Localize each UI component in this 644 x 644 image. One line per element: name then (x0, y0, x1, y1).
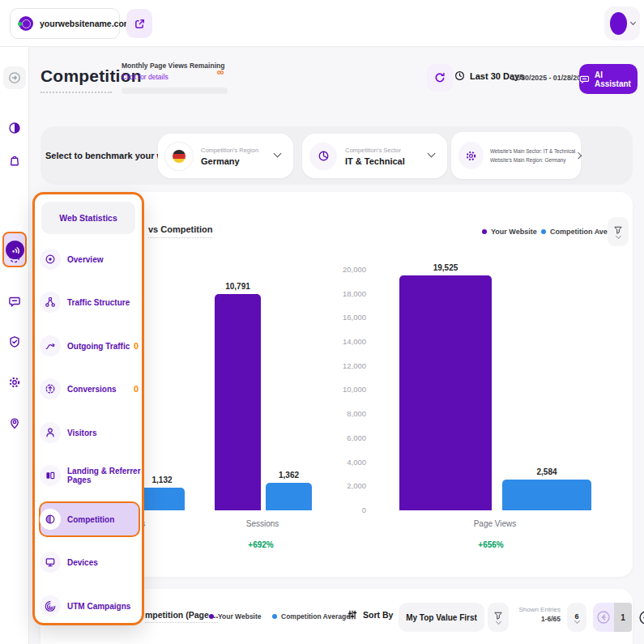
y-axis-tick: 16,000 (301, 313, 366, 322)
gear-icon (8, 376, 21, 389)
next-page-button[interactable] (638, 610, 644, 625)
menu-item-conversions[interactable]: Conversions 0 (40, 373, 142, 405)
ai-chat-icon (579, 74, 590, 85)
sidebar-item-dashboard[interactable] (3, 117, 26, 139)
menu-item-utm-campaigns[interactable]: UTM Campaigns (40, 590, 142, 622)
website-main-region: Website's Main Region: Germany (490, 157, 566, 163)
sort-value: My Top Value First (406, 613, 477, 622)
website-main-sector: Website's Main Sector: IT & Technical (490, 148, 566, 154)
overview-icon (40, 249, 61, 270)
legend-your-website: Your Website (209, 612, 262, 621)
current-page[interactable]: 1 (614, 603, 632, 632)
purple-dot-icon (209, 614, 214, 619)
group-label-sessions: Sessions (246, 519, 279, 528)
bar-sessions-competition: 1,362 (266, 483, 312, 510)
date-range: 12/30/2025 - 01/28/2026 (511, 74, 589, 82)
menu-item-visitors[interactable]: Visitors (40, 416, 142, 449)
sidebar-item-security[interactable] (3, 331, 26, 353)
entries-filter-button[interactable] (488, 603, 509, 632)
outgoing-traffic-badge: 0 (134, 341, 139, 351)
competition-region-dropdown[interactable]: Competition's Region Germany (158, 134, 293, 178)
traffic-structure-icon (40, 292, 61, 313)
website-main-settings-card[interactable]: Website's Main Sector: IT & Technical We… (451, 132, 581, 179)
external-link-icon (134, 18, 146, 30)
sidebar-item-store[interactable] (3, 149, 26, 172)
menu-item-landing-referrer-pages[interactable]: Landing & Referrer Pages (40, 459, 142, 492)
chevron-right-icon (575, 152, 582, 159)
target-scan-icon (8, 251, 21, 264)
landing-referrer-icon (40, 465, 61, 486)
web-statistics-menu: Web Statistics Overview Traffic Structur… (32, 192, 144, 625)
refresh-button[interactable] (427, 64, 453, 92)
utm-campaigns-icon (40, 595, 61, 616)
previous-page-button[interactable] (593, 603, 614, 632)
top-bar: yourwebsitename.com (0, 0, 644, 47)
y-axis-tick: 8,000 (301, 409, 366, 419)
legend-competition-average: Competition Average (272, 612, 350, 621)
germany-flag-icon (165, 143, 193, 170)
purple-dot-icon (482, 229, 487, 234)
bar-pageviews-competition: 2,584 (502, 480, 591, 510)
pie-chart-icon (8, 122, 21, 134)
arrow-left-circle-icon (596, 610, 611, 625)
menu-item-competition[interactable]: Competition (40, 503, 142, 535)
gear-icon (458, 142, 484, 169)
y-axis-tick: 18,000 (301, 289, 366, 299)
website-name: yourwebsitename.com (40, 19, 131, 28)
sector-dropdown-label: Competition's Sector (345, 147, 405, 154)
chevron-down-icon (428, 150, 436, 158)
sidebar-item-settings[interactable] (3, 371, 26, 394)
chart-filter-button[interactable] (608, 217, 629, 246)
sector-dropdown-value: IT & Technical (345, 156, 405, 166)
click-for-details-link[interactable]: Click for details (122, 73, 168, 81)
visitors-icon (40, 422, 61, 443)
devices-icon (40, 552, 61, 573)
chevron-down-icon (615, 233, 621, 239)
y-axis-tick: 14,000 (301, 337, 366, 347)
ai-assistant-label: AI Assistant (595, 70, 638, 88)
conversions-badge: 0 (134, 384, 139, 394)
menu-item-traffic-structure[interactable]: Traffic Structure (40, 286, 142, 318)
blue-dot-icon (541, 229, 546, 234)
sort-by-control[interactable]: Sort By (347, 609, 393, 621)
collapse-sidebar-button[interactable] (3, 66, 26, 89)
bar-visitors-competition: 1,132 (139, 488, 185, 510)
group-change-sessions: +692% (248, 540, 273, 549)
y-axis-tick: 4,000 (301, 458, 366, 467)
outgoing-traffic-icon (40, 335, 61, 356)
chat-bubble-icon (8, 295, 21, 308)
menu-item-devices[interactable]: Devices (40, 546, 142, 578)
bar-pageviews-your-website: 19,525 (399, 275, 492, 510)
monthly-page-views-label: Monthly Page Views Remaining (122, 62, 224, 70)
chart-title: vs Competition (148, 224, 212, 238)
ai-assistant-button[interactable]: AI Assistant (579, 64, 638, 94)
sort-value-dropdown[interactable]: My Top Value First (399, 603, 484, 632)
user-menu[interactable] (604, 6, 640, 41)
legend-label: Your Website (491, 228, 537, 236)
chevron-down-icon (495, 619, 501, 625)
region-dropdown-value: Germany (201, 156, 258, 166)
menu-item-outgoing-traffic[interactable]: Outgoing Traffic 0 (40, 330, 142, 362)
competition-sector-dropdown[interactable]: Competition's Sector IT & Technical (302, 134, 447, 178)
sidebar-item-feedback[interactable] (3, 290, 26, 313)
shield-check-icon (8, 335, 21, 348)
sidebar-item-location[interactable] (3, 412, 26, 434)
page-title-underline (41, 92, 112, 93)
website-selector[interactable]: yourwebsitename.com (10, 8, 120, 39)
shown-entries: Shown Entries 1-6/65 (510, 606, 561, 623)
bar-value: 1,132 (151, 476, 172, 484)
arrow-right-circle-icon (638, 610, 644, 625)
legend-label: Your Website (218, 612, 262, 621)
competition-icon (40, 509, 61, 530)
sidebar-item-tracking[interactable] (3, 246, 26, 269)
menu-item-overview[interactable]: Overview (40, 243, 142, 275)
shopping-bag-icon (8, 154, 21, 167)
shown-entries-value: 1-6/65 (510, 615, 561, 623)
bar-value: 19,525 (433, 263, 458, 272)
page-views-progress-bar (122, 87, 228, 94)
y-axis-tick: 12,000 (301, 361, 366, 371)
open-website-button[interactable] (126, 9, 152, 38)
region-dropdown-label: Competition's Region (201, 147, 258, 154)
bottom-card-title: mpetition (Page ... (145, 610, 218, 623)
page-size-selector[interactable]: 6 (567, 603, 586, 632)
